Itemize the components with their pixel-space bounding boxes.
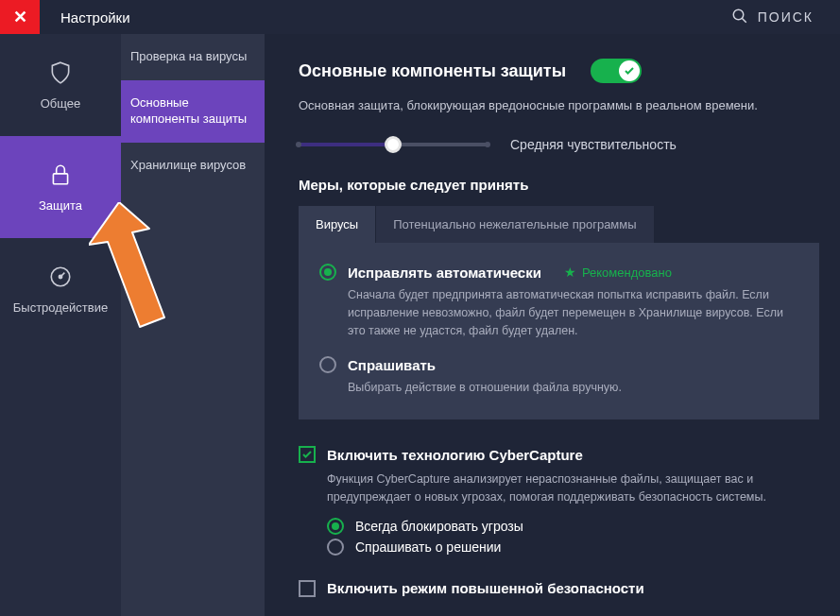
- title-bar: ✕ Настройки ПОИСК: [0, 0, 840, 34]
- radio-ask-decision[interactable]: [327, 539, 344, 556]
- page-title: Настройки: [60, 9, 130, 26]
- nav-item-label: Общее: [41, 96, 81, 111]
- sensitivity-slider[interactable]: [299, 143, 488, 146]
- radio-description: Сначала будет предпринята автоматическая…: [348, 286, 798, 339]
- nav-item-label: Быстродействие: [13, 300, 108, 315]
- radio-ask[interactable]: [319, 356, 336, 373]
- subnav-item-virus-chest[interactable]: Хранилище вирусов: [121, 143, 265, 189]
- svg-point-0: [733, 9, 744, 20]
- tab-viruses[interactable]: Вирусы: [299, 206, 376, 243]
- primary-nav: Общее Защита Быстродействие: [0, 34, 121, 616]
- nav-item-label: Защита: [39, 198, 82, 213]
- checkbox-description: Функция CyberCapture анализирует нераспо…: [327, 471, 819, 506]
- search-icon: [731, 8, 748, 27]
- section-description: Основная защита, блокирующая вредоносные…: [299, 98, 819, 112]
- close-icon: ✕: [13, 7, 27, 27]
- nav-item-performance[interactable]: Быстродействие: [0, 238, 121, 340]
- radio-label: Спрашивать: [348, 357, 436, 373]
- radio-description: Выбирать действие в отношении файла вруч…: [348, 379, 798, 397]
- shields-toggle[interactable]: [591, 59, 642, 83]
- svg-point-5: [59, 275, 61, 278]
- radio-label: Исправлять автоматически: [348, 265, 541, 281]
- radio-label: Всегда блокировать угрозы: [355, 519, 523, 534]
- radio-fix-automatically[interactable]: [319, 264, 336, 281]
- subnav-item-core-shields[interactable]: Основные компоненты защиты: [121, 80, 265, 143]
- nav-item-protection[interactable]: Защита: [0, 136, 121, 238]
- close-button[interactable]: ✕: [0, 0, 40, 34]
- checkbox-label: Включить режим повышенной безопасности: [327, 580, 644, 596]
- slider-handle[interactable]: [385, 136, 402, 153]
- search-button[interactable]: ПОИСК: [731, 8, 814, 27]
- tabs: Вирусы Потенциально нежелательные програ…: [299, 206, 819, 243]
- measures-heading: Меры, которые следует принять: [299, 177, 819, 193]
- recommended-badge: ★ Рекомендовано: [564, 265, 672, 280]
- sensitivity-slider-row: Средняя чувствительность: [299, 137, 819, 152]
- tab-pup[interactable]: Потенциально нежелательные программы: [376, 206, 654, 243]
- actions-panel: Исправлять автоматически ★ Рекомендовано…: [299, 243, 819, 419]
- section-title: Основные компоненты защиты: [299, 61, 566, 81]
- secondary-nav: Проверка на вирусы Основные компоненты з…: [121, 34, 265, 616]
- checkbox-hardened-mode[interactable]: [299, 580, 316, 597]
- svg-rect-2: [53, 173, 67, 183]
- star-icon: ★: [564, 265, 576, 280]
- checkbox-cybercapture[interactable]: [299, 446, 316, 463]
- lock-icon: [48, 163, 73, 187]
- radio-label: Спрашивать о решении: [355, 539, 501, 555]
- svg-line-1: [742, 18, 746, 23]
- toggle-knob: [619, 60, 640, 81]
- gauge-icon: [48, 265, 73, 289]
- subnav-item-virus-scan[interactable]: Проверка на вирусы: [121, 34, 265, 80]
- content-pane: Основные компоненты защиты Основная защи…: [265, 34, 840, 616]
- nav-item-general[interactable]: Общее: [0, 34, 121, 136]
- search-label: ПОИСК: [758, 9, 814, 25]
- radio-always-block[interactable]: [327, 518, 344, 535]
- shield-icon: [48, 60, 73, 85]
- checkbox-label: Включить технологию CyberCapture: [327, 447, 583, 463]
- slider-value-label: Средняя чувствительность: [510, 137, 677, 152]
